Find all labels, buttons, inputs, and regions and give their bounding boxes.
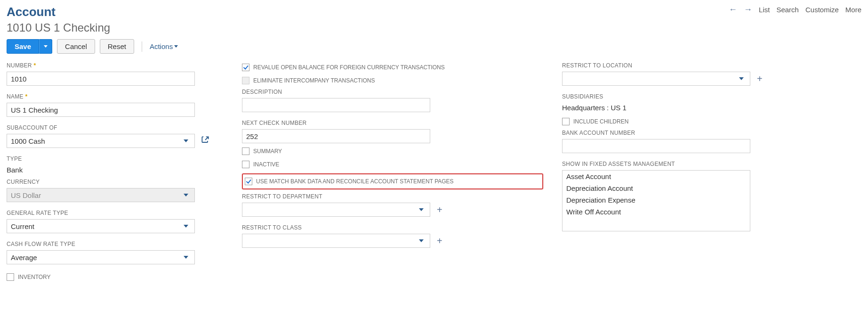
add-location-button[interactable]: + <box>756 74 764 83</box>
restrict-class-input[interactable] <box>242 234 430 248</box>
restrict-loc-label: RESTRICT TO LOCATION <box>562 62 760 69</box>
cash-flow-input[interactable] <box>7 250 195 264</box>
highlighted-region: USE MATCH BANK DATA AND RECONCILE ACCOUN… <box>242 173 543 189</box>
summary-checkbox[interactable] <box>242 147 249 155</box>
revalue-label: REVALUE OPEN BALANCE FOR FOREIGN CURRENC… <box>253 64 445 71</box>
actions-menu-label: Actions <box>150 42 173 50</box>
inactive-checkbox[interactable] <box>242 161 249 168</box>
summary-label: SUMMARY <box>253 148 282 155</box>
restrict-class-select[interactable] <box>242 234 430 248</box>
inventory-checkbox[interactable] <box>7 273 14 281</box>
general-rate-select[interactable] <box>7 219 195 233</box>
subsidiaries-value: Headquarters : US 1 <box>562 103 760 114</box>
currency-label: CURRENCY <box>7 179 223 185</box>
inactive-label: INACTIVE <box>253 161 279 168</box>
subsidiaries-label: SUBSIDIARIES <box>562 93 760 100</box>
eliminate-label: ELIMINATE INTERCOMPANY TRANSACTIONS <box>253 77 375 84</box>
eliminate-checkbox <box>242 77 249 84</box>
subaccount-input[interactable] <box>7 134 195 148</box>
nav-more-link[interactable]: More <box>845 6 861 14</box>
page-title: Account <box>7 5 110 19</box>
nav-list-link[interactable]: List <box>759 6 770 14</box>
nav-forward-icon[interactable]: → <box>744 5 752 15</box>
caret-down-icon <box>174 45 178 48</box>
reset-button[interactable]: Reset <box>100 39 134 54</box>
include-children-checkbox[interactable] <box>562 118 570 125</box>
list-item[interactable]: Depreciation Account <box>563 182 750 194</box>
action-bar: Save Cancel Reset Actions <box>7 39 861 54</box>
bank-acct-label: BANK ACCOUNT NUMBER <box>562 130 760 136</box>
currency-input <box>7 188 195 202</box>
name-label: NAME <box>7 93 223 100</box>
record-title: 1010 US 1 Checking <box>7 21 110 34</box>
actions-menu[interactable]: Actions <box>150 42 178 50</box>
list-item[interactable]: Asset Account <box>563 171 750 182</box>
save-dropdown-toggle[interactable] <box>39 39 52 54</box>
type-value: Bank <box>7 165 223 176</box>
restrict-loc-input[interactable] <box>562 72 750 86</box>
next-check-label: NEXT CHECK NUMBER <box>242 120 543 126</box>
restrict-dept-input[interactable] <box>242 203 430 217</box>
caret-down-icon <box>44 45 48 48</box>
currency-select <box>7 188 195 202</box>
use-match-bank-label: USE MATCH BANK DATA AND RECONCILE ACCOUN… <box>256 178 454 185</box>
type-label: TYPE <box>7 156 223 162</box>
name-input[interactable] <box>7 103 195 117</box>
restrict-loc-select[interactable] <box>562 72 750 86</box>
number-input[interactable] <box>7 72 195 86</box>
top-nav: ← → List Search Customize More <box>729 5 861 15</box>
nav-customize-link[interactable]: Customize <box>805 6 839 14</box>
general-rate-label: GENERAL RATE TYPE <box>7 210 223 216</box>
fam-multi-select[interactable]: Asset Account Depreciation Account Depre… <box>562 170 750 231</box>
nav-back-icon[interactable]: ← <box>729 5 737 15</box>
subaccount-label: SUBACCOUNT OF <box>7 124 223 131</box>
list-item[interactable]: Write Off Account <box>563 206 750 218</box>
open-in-new-icon[interactable] <box>201 135 210 147</box>
add-class-button[interactable]: + <box>436 236 443 246</box>
number-label: NUMBER <box>7 62 223 69</box>
next-check-input[interactable] <box>242 129 430 143</box>
cancel-button[interactable]: Cancel <box>57 39 95 54</box>
nav-search-link[interactable]: Search <box>776 6 799 14</box>
list-item[interactable]: Depreciation Expense <box>563 194 750 206</box>
subaccount-select[interactable] <box>7 134 195 148</box>
inventory-label: INVENTORY <box>18 274 51 280</box>
include-children-label: INCLUDE CHILDREN <box>573 118 628 125</box>
restrict-class-label: RESTRICT TO CLASS <box>242 224 543 231</box>
save-button[interactable]: Save <box>7 39 39 54</box>
restrict-dept-label: RESTRICT TO DEPARTMENT <box>242 193 543 200</box>
description-label: DESCRIPTION <box>242 89 543 95</box>
cash-flow-label: CASH FLOW RATE TYPE <box>7 241 223 247</box>
description-input[interactable] <box>242 98 430 112</box>
general-rate-input[interactable] <box>7 219 195 233</box>
cash-flow-select[interactable] <box>7 250 195 264</box>
show-in-fam-label: SHOW IN FIXED ASSETS MANAGEMENT <box>562 161 760 167</box>
restrict-dept-select[interactable] <box>242 203 430 217</box>
divider <box>142 41 142 52</box>
bank-acct-input[interactable] <box>562 139 750 153</box>
revalue-checkbox[interactable] <box>242 64 249 71</box>
use-match-bank-checkbox[interactable] <box>245 178 252 185</box>
add-dept-button[interactable]: + <box>436 205 443 214</box>
